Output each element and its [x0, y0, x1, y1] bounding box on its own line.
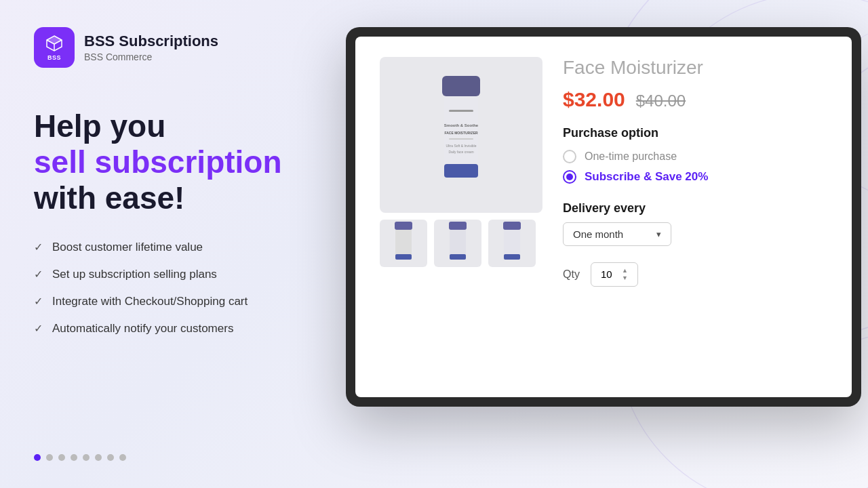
feature-text: Integrate with Checkout/Shopping cart — [52, 295, 248, 308]
radio-fill — [566, 174, 573, 180]
delivery-value: One month — [573, 228, 623, 240]
qty-up-arrow[interactable]: ▲ — [622, 267, 628, 274]
onetime-option-row[interactable]: One-time purchase — [563, 150, 827, 163]
qty-row: Qty 10 ▲ ▼ — [563, 262, 827, 287]
feature-item: ✓ Set up subscription selling plans — [34, 268, 305, 281]
quantity-stepper[interactable]: 10 ▲ ▼ — [591, 262, 638, 287]
dot-5[interactable] — [83, 454, 90, 461]
qty-value: 10 — [601, 268, 612, 280]
dot-2[interactable] — [46, 454, 53, 461]
thumbnail-3[interactable] — [488, 220, 536, 267]
delivery-title: Delivery every — [563, 201, 827, 216]
product-thumbnails — [380, 220, 542, 267]
thumbnail-1[interactable] — [380, 220, 427, 267]
dot-4[interactable] — [71, 454, 77, 461]
subscribe-radio[interactable] — [563, 170, 576, 184]
svg-rect-5 — [444, 164, 478, 178]
hero-line2: sell subscription — [34, 144, 282, 180]
dot-7[interactable] — [107, 454, 114, 461]
bss-badge: BSS — [47, 54, 61, 61]
svg-rect-17 — [450, 254, 466, 260]
feature-item: ✓ Boost customer lifetime value — [34, 241, 305, 254]
app-logo-icon: BSS — [34, 27, 75, 68]
svg-text:Smooth & Soothe: Smooth & Soothe — [444, 123, 479, 127]
hero-headline: Help you sell subscription with ease! — [34, 108, 305, 216]
check-icon: ✓ — [34, 322, 43, 335]
qty-down-arrow[interactable]: ▼ — [622, 274, 628, 282]
chevron-down-icon: ▾ — [656, 229, 661, 239]
check-icon: ✓ — [34, 241, 43, 253]
hero-line3: with ease! — [34, 180, 184, 216]
svg-rect-20 — [504, 254, 520, 260]
feature-text: Set up subscription selling plans — [52, 268, 217, 281]
feature-text: Automatically notify your customers — [52, 322, 233, 336]
qty-arrows[interactable]: ▲ ▼ — [622, 267, 628, 282]
purchase-option-title: Purchase option — [563, 126, 827, 140]
svg-rect-19 — [503, 222, 521, 230]
product-name: Face Moisturizer — [563, 57, 827, 79]
svg-text:Ultra Soft & Invisible: Ultra Soft & Invisible — [446, 144, 476, 148]
svg-rect-6 — [449, 110, 473, 112]
subscribe-option-row[interactable]: Subscribe & Save 20% — [563, 170, 827, 184]
dot-8[interactable] — [119, 454, 126, 461]
dot-1[interactable] — [34, 454, 41, 461]
feature-text: Boost customer lifetime value — [52, 241, 203, 254]
feature-item: ✓ Automatically notify your customers — [34, 322, 305, 336]
check-icon: ✓ — [34, 295, 43, 308]
svg-text:FACE MOISTURIZER: FACE MOISTURIZER — [444, 131, 478, 135]
hero-line1: Help you — [34, 108, 165, 144]
laptop-screen: Smooth & Soothe FACE MOISTURIZER Ultra S… — [355, 37, 852, 397]
svg-text:Daily face cream: Daily face cream — [448, 150, 473, 154]
delivery-section: Delivery every One month ▾ — [563, 201, 827, 246]
logo-text: BSS Subscriptions BSS Commerce — [84, 33, 218, 62]
product-info: Face Moisturizer $32.00 $40.00 Purchase … — [563, 57, 827, 377]
price-current: $32.00 — [563, 88, 625, 111]
price-row: $32.00 $40.00 — [563, 88, 827, 111]
onetime-label: One-time purchase — [585, 150, 677, 163]
svg-rect-9 — [449, 138, 473, 140]
qty-label: Qty — [563, 268, 580, 281]
features-list: ✓ Boost customer lifetime value ✓ Set up… — [34, 241, 305, 336]
app-name: BSS Subscriptions — [84, 33, 218, 50]
delivery-dropdown[interactable]: One month ▾ — [563, 222, 671, 246]
company-name: BSS Commerce — [84, 52, 218, 62]
logo-area: BSS BSS Subscriptions BSS Commerce — [34, 27, 305, 68]
left-panel: BSS BSS Subscriptions BSS Commerce Help … — [0, 0, 339, 488]
price-original: $40.00 — [636, 92, 686, 110]
svg-rect-14 — [395, 254, 412, 260]
onetime-radio[interactable] — [563, 150, 576, 163]
feature-item: ✓ Integrate with Checkout/Shopping cart — [34, 295, 305, 308]
svg-rect-4 — [442, 76, 480, 96]
svg-rect-16 — [449, 222, 467, 230]
right-panel: Smooth & Soothe FACE MOISTURIZER Ultra S… — [332, 27, 868, 474]
svg-rect-13 — [395, 222, 412, 230]
subscribe-label: Subscribe & Save 20% — [585, 170, 708, 184]
thumbnail-2[interactable] — [434, 220, 481, 267]
check-icon: ✓ — [34, 268, 43, 281]
pagination-dots — [34, 454, 305, 461]
dot-6[interactable] — [95, 454, 102, 461]
product-images: Smooth & Soothe FACE MOISTURIZER Ultra S… — [380, 57, 542, 377]
main-product-image: Smooth & Soothe FACE MOISTURIZER Ultra S… — [380, 57, 542, 213]
laptop-frame: Smooth & Soothe FACE MOISTURIZER Ultra S… — [346, 27, 861, 407]
laptop-base — [332, 434, 868, 474]
dot-3[interactable] — [58, 454, 65, 461]
